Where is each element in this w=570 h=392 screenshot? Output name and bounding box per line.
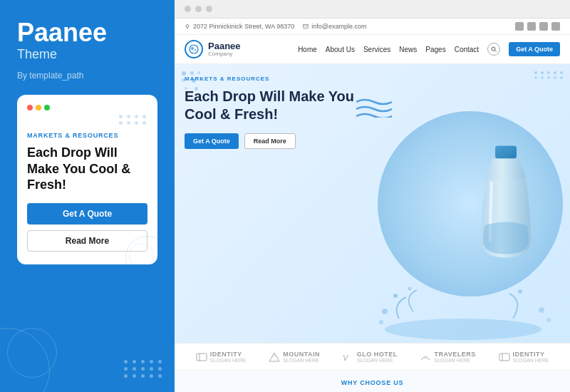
brand-slogan-5: SLOGAN HERE [513, 358, 549, 363]
svg-point-3 [191, 47, 194, 50]
brands-bar: IDENTITY SLOGAN HERE MOUNTAIN SLOGAN HER… [175, 343, 570, 370]
hero-buttons: Get A Quote Read More [185, 133, 356, 149]
mobile-tag: MARKETS & RESOURCES [27, 132, 147, 139]
nav-logo-icon [185, 40, 203, 58]
logo-name: Paanee [208, 41, 241, 51]
svg-point-0 [186, 25, 189, 28]
email-icon [303, 24, 309, 29]
brand-slogan-3: SLOGAN HERE [357, 358, 398, 363]
brand-name-1: IDENTITY [210, 351, 247, 358]
chrome-dot-1 [185, 6, 191, 12]
hero-section: MARKETS & RESOURCES Each Drop Will Make … [175, 64, 570, 343]
sidebar: Paanee Theme By template_path MARKETS & … [0, 0, 175, 392]
website-topbar: 2072 Pinnickinick Street, WA 98370 info@… [175, 19, 570, 35]
address-info: 2072 Pinnickinick Street, WA 98370 [185, 23, 294, 30]
hero-read-button[interactable]: Read More [244, 133, 296, 149]
brand-item-3: V GLO HOTEL SLOGAN HERE [343, 351, 398, 363]
hero-quote-button[interactable]: Get A Quote [185, 133, 239, 149]
website-nav: Paanee Company Home About Us Services Ne… [175, 35, 570, 64]
svg-point-8 [385, 319, 542, 340]
website-preview: 2072 Pinnickinick Street, WA 98370 info@… [175, 19, 570, 392]
email-info: info@example.com [303, 23, 366, 30]
svg-point-4 [195, 49, 197, 51]
nav-pages[interactable]: Pages [425, 46, 445, 53]
chrome-dot-3 [206, 6, 212, 12]
nav-links: Home About Us Services News Pages Contac… [298, 42, 560, 56]
brand-slogan-1: SLOGAN HERE [210, 358, 247, 363]
hero-content: MARKETS & RESOURCES Each Drop Will Make … [185, 76, 356, 336]
svg-rect-16 [197, 354, 207, 361]
maximize-dot [44, 105, 50, 110]
svg-point-13 [379, 320, 383, 324]
why-choose-label: WHY CHOOSE US [341, 379, 404, 386]
brand-item-4: TRAVELERS SLOGAN HERE [420, 351, 475, 363]
svg-point-11 [518, 289, 522, 294]
minimize-dot [36, 105, 41, 110]
nav-cta-button[interactable]: Get A Quote [509, 42, 560, 56]
location-icon [185, 24, 190, 29]
svg-point-5 [492, 47, 495, 51]
svg-point-10 [408, 287, 412, 291]
nav-contact[interactable]: Contact [455, 46, 479, 53]
nav-about[interactable]: About Us [326, 46, 355, 53]
hero-dots-right [534, 71, 564, 79]
svg-point-9 [393, 294, 398, 298]
svg-text:V: V [343, 354, 349, 362]
social-fb-icon [515, 22, 524, 31]
nav-logo-text: Paanee Company [208, 41, 241, 57]
sidebar-bottom-dots [124, 360, 163, 378]
svg-point-12 [382, 309, 388, 314]
svg-rect-22 [499, 354, 509, 361]
mobile-quote-button[interactable]: Get A Quote [27, 203, 147, 225]
chrome-dot-2 [195, 6, 202, 12]
wave-svg [356, 96, 392, 118]
topbar-left: 2072 Pinnickinick Street, WA 98370 info@… [185, 23, 366, 30]
logo-company: Company [208, 51, 241, 57]
svg-point-2 [190, 45, 198, 53]
brand-icon-2: MOUNTAIN SLOGAN HERE [269, 351, 320, 363]
logo-svg [189, 44, 199, 54]
search-icon [491, 46, 497, 52]
social-tw-icon [527, 22, 536, 31]
window-controls [27, 105, 147, 110]
mobile-preview-card: MARKETS & RESOURCES Each Drop Will Make … [17, 95, 157, 264]
search-button[interactable] [487, 43, 500, 56]
brand-name-3: GLO HOTEL [357, 351, 398, 358]
topbar-social [515, 22, 560, 31]
hotel-icon: V [343, 351, 354, 363]
nav-news[interactable]: News [399, 46, 417, 53]
nav-home[interactable]: Home [298, 46, 317, 53]
brand-slogan-2: SLOGAN HERE [283, 358, 320, 363]
brand-item-1: IDENTITY SLOGAN HERE [196, 351, 247, 363]
social-li-icon [539, 22, 548, 31]
water-bottle [470, 140, 542, 267]
brand-name-2: MOUNTAIN [283, 351, 320, 358]
brand-icon-4: TRAVELERS SLOGAN HERE [420, 351, 475, 363]
close-dot [27, 105, 33, 110]
sidebar-by: By template_path [17, 71, 157, 81]
wave-decoration [356, 96, 392, 120]
identity-icon-2 [499, 351, 510, 363]
bottle-svg [470, 140, 542, 264]
social-yt-icon [551, 22, 560, 31]
hero-image-area [328, 64, 570, 343]
brand-slogan-4: SLOGAN HERE [434, 358, 475, 363]
card-deco-dots [119, 115, 147, 125]
nav-services[interactable]: Services [363, 46, 390, 53]
nav-logo: Paanee Company [185, 40, 241, 58]
deco-circle-2 [7, 328, 57, 378]
brand-icon-5: IDENTITY SLOGAN HERE [499, 351, 549, 363]
browser-chrome [175, 0, 570, 19]
mobile-headline: Each Drop Will Make You Cool & Fresh! [27, 145, 147, 193]
hero-tag: MARKETS & RESOURCES [185, 76, 356, 82]
why-choose-bar: WHY CHOOSE US [175, 370, 570, 392]
mountain-icon [269, 351, 280, 363]
hero-headline: Each Drop Will Make You Cool & Fresh! [185, 88, 356, 123]
brand-name-4: TRAVELERS [434, 351, 475, 358]
water-splash [370, 283, 570, 343]
svg-point-21 [424, 356, 427, 359]
brand-title: Paanee [17, 20, 157, 46]
brand-icon-1: IDENTITY SLOGAN HERE [196, 351, 247, 363]
brand-item-5: IDENTITY SLOGAN HERE [499, 351, 549, 363]
svg-rect-7 [495, 145, 517, 158]
